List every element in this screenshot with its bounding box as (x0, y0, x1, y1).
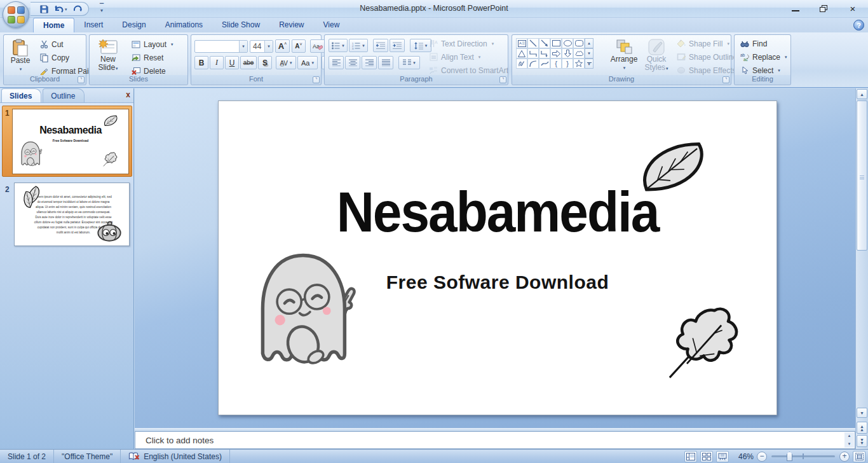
align-right-button[interactable] (362, 56, 377, 69)
align-center-button[interactable] (345, 56, 360, 69)
columns-button[interactable] (398, 56, 420, 69)
paste-button[interactable]: Paste ▾ (6, 36, 35, 76)
quick-styles-button[interactable]: Quick Styles▾ (641, 36, 672, 76)
restore-button[interactable] (813, 2, 834, 15)
close-button[interactable]: × (842, 2, 864, 15)
undo-dropdown-arrow[interactable]: ▾ (65, 7, 67, 11)
bullets-button[interactable] (329, 39, 348, 52)
notes-placeholder[interactable]: Click to add notes (146, 436, 214, 445)
font-size-combo[interactable]: 44 ▾ (250, 40, 273, 53)
tab-design[interactable]: Design (112, 18, 155, 32)
text-shadow-button[interactable]: S (258, 56, 272, 69)
drawing-dialog-launcher-icon[interactable]: ⌝ (722, 76, 729, 83)
panel-close-icon[interactable]: x (126, 91, 130, 99)
tab-home[interactable]: Home (33, 18, 74, 32)
shapes-more-icon[interactable]: ▼ (585, 59, 593, 69)
tab-outline[interactable]: Outline (43, 88, 85, 102)
slide-sorter-view-button[interactable] (700, 451, 713, 462)
normal-view-button[interactable] (684, 451, 697, 462)
underline-button[interactable]: U (225, 56, 239, 69)
shape-star-icon[interactable] (573, 59, 585, 69)
zoom-out-icon[interactable]: − (757, 452, 767, 462)
shape-cloud-icon[interactable] (573, 48, 585, 59)
font-name-combo[interactable]: ▾ (194, 40, 248, 53)
tab-review[interactable]: Review (269, 18, 313, 32)
vertical-scrollbar[interactable]: ▲ ▼ ▲▲ ▼▼ (855, 88, 868, 449)
tab-animations[interactable]: Animations (156, 18, 212, 32)
undo-icon[interactable]: ▾ (54, 4, 67, 13)
slide-1-row-selected[interactable]: 1 Nesabamedia Free Sofware Download (2, 106, 132, 177)
find-button[interactable]: Find (738, 37, 789, 50)
theme-indicator[interactable]: "Office Theme" (54, 450, 121, 463)
bold-button[interactable]: B (194, 56, 208, 69)
tab-insert[interactable]: Insert (74, 18, 112, 32)
slide-1-thumbnail[interactable]: Nesabamedia Free Sofware Download (12, 109, 129, 174)
zoom-in-icon[interactable]: + (839, 452, 850, 462)
notes-scroll-down-icon[interactable]: ▼ (844, 441, 854, 448)
shape-rounded-rectangle-icon[interactable] (573, 38, 585, 48)
new-slide-dropdown-arrow[interactable]: ▾ (116, 66, 118, 71)
character-spacing-button[interactable]: AV↔ (276, 56, 296, 69)
fit-slide-to-window-button[interactable] (853, 451, 865, 462)
text-direction-button[interactable]: A Text Direction (426, 37, 517, 50)
leaf-bottom-right-illustration[interactable] (667, 303, 743, 382)
spellcheck-indicator[interactable]: English (United States) (121, 450, 230, 463)
shape-text-box-icon[interactable]: A (516, 38, 527, 48)
clipboard-dialog-launcher-icon[interactable]: ⌝ (78, 76, 85, 83)
shape-elbow-connector-icon[interactable] (527, 48, 539, 59)
tab-slide-show[interactable]: Slide Show (212, 18, 269, 32)
shape-line-icon[interactable] (527, 38, 539, 48)
paste-dropdown-arrow[interactable]: ▾ (20, 65, 22, 73)
decrease-indent-button[interactable] (373, 39, 388, 52)
shape-right-brace-icon[interactable]: } (562, 59, 573, 69)
shapes-scroll-up-icon[interactable]: ▲ (585, 38, 593, 48)
shape-down-arrow-icon[interactable] (562, 48, 573, 59)
leaf-top-right-illustration[interactable] (635, 134, 715, 201)
scroll-down-icon[interactable]: ▼ (857, 408, 867, 418)
repeat-icon[interactable] (72, 4, 82, 13)
shape-scribble-icon[interactable] (516, 59, 527, 69)
shapes-scroll-down-icon[interactable]: ▼ (585, 48, 593, 59)
numbering-button[interactable]: 123 (349, 39, 368, 52)
strikethrough-button[interactable]: abe (240, 56, 257, 69)
align-left-button[interactable] (329, 56, 344, 69)
shape-oval-icon[interactable] (562, 38, 573, 48)
customize-qat-icon[interactable]: ▔▾ (97, 4, 107, 14)
zoom-slider-thumb[interactable] (787, 452, 792, 461)
layout-button[interactable]: Layout (129, 38, 175, 51)
notes-pane[interactable]: Click to add notes ▲ ▼ (135, 431, 855, 449)
tab-view[interactable]: View (314, 18, 349, 32)
paragraph-dialog-launcher-icon[interactable]: ⌝ (499, 76, 506, 83)
slide-show-view-button[interactable] (716, 451, 729, 462)
shape-arc-icon[interactable] (527, 59, 539, 69)
replace-button[interactable]: abac Replace (738, 50, 789, 64)
shape-arrow-icon[interactable] (539, 38, 550, 48)
scroll-up-icon[interactable]: ▲ (857, 89, 867, 99)
change-case-button[interactable]: Aa (297, 56, 318, 69)
reset-button[interactable]: Reset (129, 51, 175, 64)
scrollbar-thumb[interactable] (857, 100, 867, 251)
italic-button[interactable]: I (210, 56, 224, 69)
align-text-button[interactable]: Align Text (426, 50, 517, 64)
shape-triangle-icon[interactable] (516, 48, 527, 59)
slide-2-thumbnail[interactable]: Lorem ipsum dolor sit amet, consectetur … (14, 183, 130, 246)
shape-curve-icon[interactable] (539, 59, 550, 69)
font-size-dropdown-arrow[interactable]: ▾ (264, 41, 273, 52)
notes-scrollbar[interactable]: ▲ ▼ (844, 432, 854, 448)
minimize-button[interactable] (785, 2, 806, 15)
arrange-dropdown-arrow[interactable]: ▾ (623, 64, 626, 72)
shape-elbow-arrow-connector-icon[interactable] (539, 48, 550, 59)
increase-indent-button[interactable] (390, 39, 405, 52)
font-name-dropdown-arrow[interactable]: ▾ (239, 41, 247, 52)
slide-indicator[interactable]: Slide 1 of 2 (0, 450, 54, 463)
arrange-button[interactable]: Arrange ▾ (607, 36, 641, 76)
shape-left-brace-icon[interactable]: { (550, 59, 562, 69)
shape-right-arrow-icon[interactable] (550, 48, 562, 59)
help-icon[interactable]: ? (853, 20, 864, 31)
slide-editor-area[interactable]: Nesabamedia Free Sofware Download (135, 88, 855, 428)
justify-button[interactable] (378, 56, 393, 69)
shrink-font-button[interactable]: A˅ (292, 39, 306, 53)
previous-slide-icon[interactable]: ▲▲ (857, 422, 867, 434)
notes-scroll-up-icon[interactable]: ▲ (844, 432, 854, 439)
grow-font-button[interactable]: A˄ (275, 39, 290, 53)
